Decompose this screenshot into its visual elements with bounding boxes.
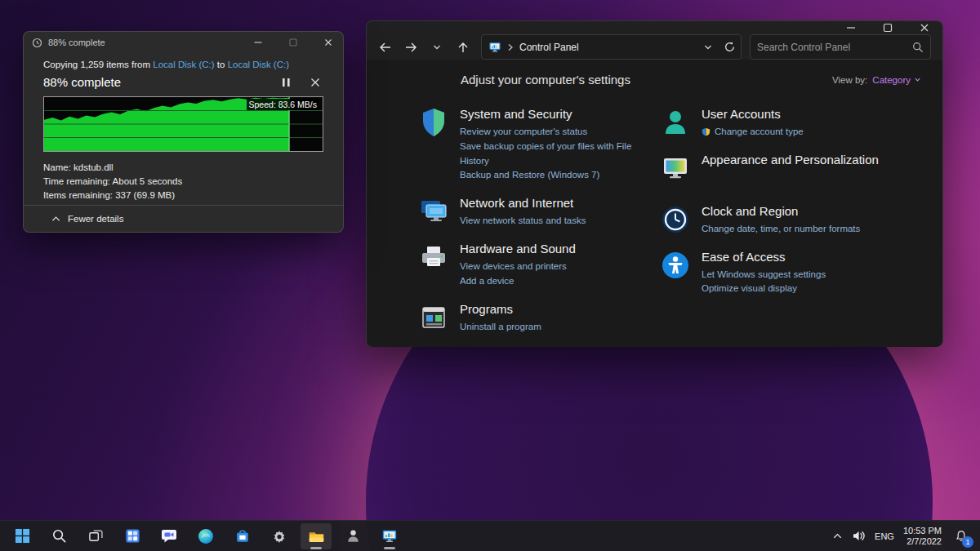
edge-icon xyxy=(198,528,214,544)
start-button[interactable] xyxy=(7,523,38,549)
search-button[interactable] xyxy=(43,523,74,549)
minimize-button[interactable] xyxy=(243,32,273,53)
notification-center-button[interactable]: 1 xyxy=(951,525,972,548)
category-link[interactable]: Save backup copies of your files with Fi… xyxy=(460,140,659,169)
control-panel-button[interactable] xyxy=(374,523,405,549)
chevron-down-icon xyxy=(914,76,921,83)
maximize-button[interactable] xyxy=(869,21,906,34)
category-link[interactable]: Uninstall a program xyxy=(460,320,541,335)
refresh-icon[interactable] xyxy=(724,41,736,53)
active-indicator xyxy=(384,547,395,549)
category-link[interactable]: Add a device xyxy=(460,274,576,289)
close-button[interactable] xyxy=(906,21,942,34)
widgets-button[interactable] xyxy=(117,523,148,549)
address-dropdown-icon[interactable] xyxy=(703,42,713,52)
category-link[interactable]: Optimize visual display xyxy=(702,282,826,296)
category-network-internet: Network and Internet View network status… xyxy=(417,195,659,229)
gear-icon xyxy=(271,528,287,544)
tray-overflow-chevron-icon[interactable] xyxy=(832,531,843,540)
category-link[interactable]: View devices and printers xyxy=(460,260,576,274)
search-box[interactable] xyxy=(750,34,931,60)
recent-locations-button[interactable] xyxy=(424,35,450,60)
clock[interactable]: 10:53 PM 2/7/2022 xyxy=(903,526,942,547)
clock-icon[interactable] xyxy=(659,203,692,236)
view-by-value[interactable]: Category xyxy=(872,75,911,85)
control-panel-window: Control Panel Adjust your computer's set… xyxy=(366,20,943,347)
category-link-uac[interactable]: Change account type xyxy=(702,125,804,140)
up-arrow-icon xyxy=(457,41,470,54)
control-panel-icon xyxy=(488,41,501,54)
up-button[interactable] xyxy=(450,35,476,60)
source-disk-link[interactable]: Local Disk (C:) xyxy=(153,60,214,69)
fewer-details-toggle[interactable]: Fewer details xyxy=(24,205,343,232)
task-view-button[interactable] xyxy=(80,523,111,549)
file-explorer-button[interactable] xyxy=(301,523,332,549)
category-user-accounts: User Accounts Change account type xyxy=(659,106,921,140)
view-by-dropdown[interactable]: Category xyxy=(872,75,921,85)
copy-details: Name: kdstub.dll Time remaining: About 5… xyxy=(43,161,323,202)
programs-icon[interactable] xyxy=(417,301,450,334)
category-title[interactable]: Programs xyxy=(460,302,541,316)
category-title[interactable]: System and Security xyxy=(460,107,659,121)
category-programs: Programs Uninstall a program xyxy=(417,301,659,335)
shield-icon[interactable] xyxy=(417,106,450,139)
appearance-monitor-icon[interactable] xyxy=(659,152,692,184)
category-appearance: Appearance and Personalization xyxy=(659,152,921,184)
search-input[interactable] xyxy=(757,42,907,53)
network-monitor-icon[interactable] xyxy=(417,195,450,228)
tray-time: 10:53 PM xyxy=(903,526,942,536)
printer-icon[interactable] xyxy=(417,241,450,273)
cancel-copy-button[interactable] xyxy=(310,78,320,87)
destination-disk-link[interactable]: Local Disk (C:) xyxy=(228,60,289,69)
forward-button[interactable] xyxy=(398,35,424,60)
category-link[interactable]: View network status and tasks xyxy=(460,214,586,229)
back-arrow-icon xyxy=(378,41,392,54)
user-icon[interactable] xyxy=(659,106,692,139)
category-title[interactable]: Network and Internet xyxy=(460,196,586,210)
active-indicator xyxy=(310,547,322,549)
minimize-button[interactable] xyxy=(832,21,869,34)
category-title[interactable]: Appearance and Personalization xyxy=(702,153,879,167)
view-by-label: View by: xyxy=(832,75,867,85)
category-link[interactable]: Review your computer's status xyxy=(460,125,659,140)
control-panel-titlebar[interactable] xyxy=(367,21,942,34)
category-title[interactable]: Ease of Access xyxy=(702,250,826,264)
category-column-right: User Accounts Change account type xyxy=(659,106,921,347)
search-icon[interactable] xyxy=(912,42,924,53)
chat-button[interactable] xyxy=(154,523,185,549)
language-indicator[interactable]: ENG xyxy=(875,531,894,541)
copy-dialog-titlebar[interactable]: 88% complete xyxy=(24,32,343,53)
category-title[interactable]: Hardware and Sound xyxy=(460,242,576,256)
notification-count-badge: 1 xyxy=(962,536,973,548)
volume-icon[interactable] xyxy=(852,530,866,542)
category-ease-of-access: Ease of Access Let Windows suggest setti… xyxy=(659,249,921,297)
category-link[interactable]: Change date, time, or number formats xyxy=(702,222,860,237)
address-bar[interactable]: Control Panel xyxy=(481,34,742,60)
windows-start-icon xyxy=(15,528,30,544)
category-link[interactable]: Let Windows suggest settings xyxy=(702,268,826,282)
accessibility-icon[interactable] xyxy=(659,249,692,282)
category-link-label[interactable]: Change account type xyxy=(715,125,804,140)
tray-date: 2/7/2022 xyxy=(903,536,942,547)
fewer-details-label: Fewer details xyxy=(68,214,123,224)
control-panel-content: Adjust your computer's settings View by:… xyxy=(367,60,942,347)
items-remaining-label: Items remaining: 337 (69.9 MB) xyxy=(43,189,323,202)
store-button[interactable] xyxy=(227,523,258,549)
close-button[interactable] xyxy=(314,32,343,53)
speed-chart: Speed: 83.6 MB/s xyxy=(43,96,323,152)
category-title[interactable]: Clock and Region xyxy=(702,204,860,218)
settings-button[interactable] xyxy=(264,523,295,549)
category-title[interactable]: User Accounts xyxy=(702,107,804,121)
close-icon xyxy=(323,37,334,48)
explorer-toolbar: Control Panel xyxy=(367,34,942,60)
edge-button[interactable] xyxy=(190,523,221,549)
breadcrumb[interactable]: Control Panel xyxy=(519,42,579,53)
category-link[interactable]: Backup and Restore (Windows 7) xyxy=(460,168,659,183)
taskbar: ENG 10:53 PM 2/7/2022 1 xyxy=(0,520,980,551)
uac-shield-icon xyxy=(702,127,710,136)
pause-button[interactable] xyxy=(282,78,291,87)
person-app-button[interactable] xyxy=(337,523,368,549)
category-hardware-sound: Hardware and Sound View devices and prin… xyxy=(417,241,659,289)
back-button[interactable] xyxy=(372,35,398,60)
control-panel-icon xyxy=(381,528,398,544)
